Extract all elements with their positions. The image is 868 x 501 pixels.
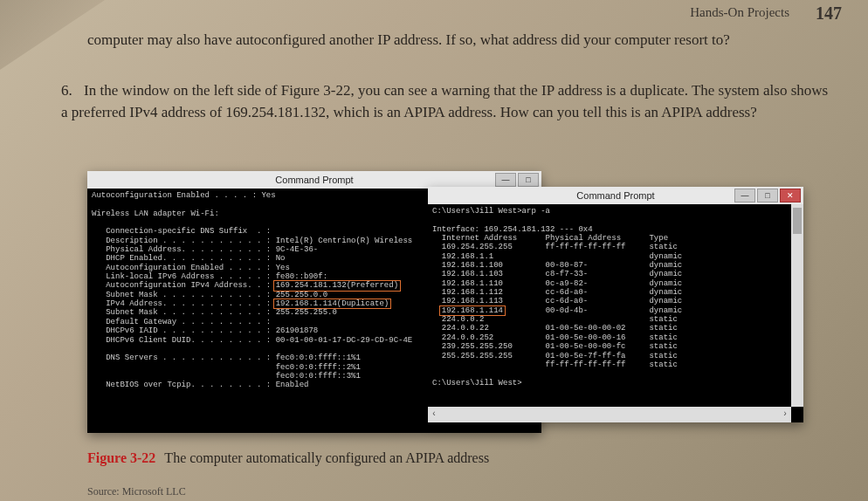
section-header: Hands-On Projects	[690, 5, 789, 20]
scroll-thumb[interactable]	[793, 208, 802, 234]
close-button[interactable]: ✕	[780, 189, 801, 202]
figure-number: Figure 3-22	[87, 450, 155, 465]
textbook-page: Hands-On Projects 147 computer may also …	[0, 0, 868, 501]
right-out-b: 00-0d-4b- dynamic 224.0.0.2 static 224.0…	[432, 306, 682, 388]
minimize-button[interactable]: —	[495, 173, 516, 187]
item-number: 6.	[61, 80, 84, 102]
left-titlebar[interactable]: Command Prompt — □	[87, 171, 541, 189]
figure-3-22: Command Prompt — □ Autoconfiguration Ena…	[87, 171, 812, 442]
right-cmd: C:\Users\Jill West>arp -a	[432, 207, 550, 216]
left-out-top: Autoconfiguration Enabled . . . . : Yes …	[92, 191, 412, 290]
minimize-button[interactable]: —	[734, 189, 755, 202]
right-terminal-output: C:\Users\Jill West>arp -a Interface: 169…	[428, 204, 803, 390]
question-6: 6.In the window on the left side of Figu…	[61, 80, 833, 123]
left-window-title: Command Prompt	[275, 175, 353, 186]
left-out-bot: Subnet Mask . . . . . . . . . . . : 255.…	[92, 308, 412, 389]
figure-source: Source: Microsoft LLC	[87, 485, 186, 498]
page-number: 147	[816, 3, 842, 24]
figure-caption: Figure 3-22The computer automatically co…	[87, 450, 489, 466]
right-command-prompt-window: Command Prompt — □ ✕ C:\Users\Jill West>…	[428, 187, 803, 422]
intro-paragraph: computer may also have autoconfigured an…	[87, 30, 833, 59]
item-text: In the window on the left side of Figure…	[61, 82, 828, 120]
scroll-left-icon[interactable]: ‹	[431, 409, 437, 420]
right-out-a: Interface: 169.254.181.132 --- 0x4 Inter…	[432, 225, 682, 315]
intro-text: computer may also have autoconfigured an…	[87, 30, 833, 51]
maximize-button[interactable]: □	[757, 189, 778, 202]
right-window-title: Command Prompt	[576, 190, 654, 202]
right-titlebar[interactable]: Command Prompt — □ ✕	[428, 187, 803, 204]
vertical-scrollbar[interactable]	[791, 204, 803, 407]
figure-caption-text: The computer automatically configured an…	[164, 450, 489, 465]
maximize-button[interactable]: □	[518, 173, 539, 187]
horizontal-scrollbar[interactable]: ‹ ›	[428, 407, 791, 422]
scroll-right-icon[interactable]: ›	[782, 409, 788, 420]
